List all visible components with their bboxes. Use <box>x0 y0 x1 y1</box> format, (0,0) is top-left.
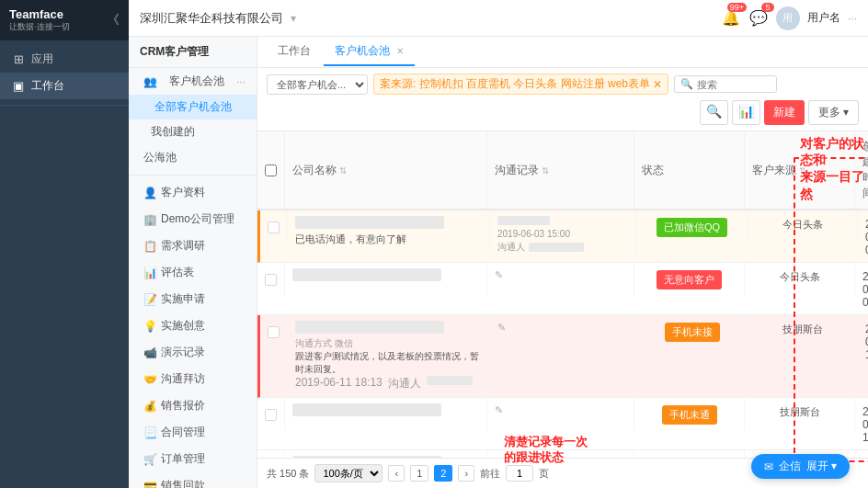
message-icon[interactable]: 💬 5 <box>748 8 769 28</box>
left-nav-public-pool[interactable]: 公海池 <box>129 144 257 171</box>
enterprise-msg-icon: ✉ <box>764 460 773 473</box>
search-input[interactable] <box>697 79 771 90</box>
left-nav-impl-apply[interactable]: 📝 实施申请 <box>129 286 257 312</box>
demand-label: 需求调研 <box>161 238 205 254</box>
customer-pool-more[interactable]: ··· <box>236 75 246 88</box>
content-wrapper: 对客户的状态和来源一目了然 清楚记录每一次的跟进状态 <box>257 131 868 488</box>
left-nav-contract[interactable]: 📃 合同管理 <box>129 419 257 446</box>
th-status: 状态 <box>634 131 745 209</box>
sidebar-collapse-btn[interactable]: 《 <box>107 12 120 28</box>
demo-icon: 🏢 <box>143 213 157 226</box>
more-button[interactable]: 更多 ▾ <box>808 100 859 125</box>
tabs-bar: 工作台 客户机会池 ✕ <box>257 37 868 68</box>
topbar-more-icon[interactable]: ··· <box>848 12 857 25</box>
page-unit-label: 页 <box>539 467 549 481</box>
table-row-3: 沟通方式 微信 跟进客户测试情况，以及老板的投票情况，暂时未回复。 2019-0… <box>260 315 868 397</box>
contact-sort-icon[interactable]: ⇅ <box>542 165 549 176</box>
td-status-5: 手机未接 <box>634 450 745 458</box>
sidebar-item-workbench[interactable]: ▣ 工作台 <box>0 73 129 99</box>
checkbox-2[interactable] <box>265 274 277 286</box>
td-check-5[interactable] <box>257 450 285 458</box>
td-company-1: 已电话沟通，有意向了解 <box>288 210 490 252</box>
left-nav-demo[interactable]: 🏢 Demo公司管理 <box>129 206 257 233</box>
bell-icon: 🔔 <box>722 9 740 27</box>
edit-icon-3[interactable]: ✎ <box>497 322 506 333</box>
left-nav-impl-create[interactable]: 💡 实施创意 <box>129 312 257 339</box>
checkbox-4[interactable] <box>265 409 277 421</box>
sidebar: Teamface 让数据·连接一切 《 ⊞ 应用 ▣ 工作台 <box>0 0 129 488</box>
avatar[interactable]: 用 <box>776 6 800 30</box>
table-row: ✎ 手机未通 技朋斯台 2019-06-02 18:27:2 <box>257 398 868 450</box>
left-nav-my-pool[interactable]: 我创建的 <box>129 119 257 144</box>
th-date: 创建时间 ⇅ <box>855 131 868 209</box>
td-check-1[interactable] <box>260 210 288 244</box>
td-contact-5: ✎ <box>487 450 634 458</box>
workbench-icon: ▣ <box>11 79 26 93</box>
prev-page-btn[interactable]: ‹ <box>388 465 405 482</box>
left-nav-all-pool[interactable]: 全部客户机会池 <box>129 95 257 119</box>
demo-record-label: 演示记录 <box>161 345 205 360</box>
left-nav-refund[interactable]: 💳 销售回款 <box>129 472 257 488</box>
left-nav-visit[interactable]: 🤝 沟通拜访 <box>129 366 257 392</box>
header-checkbox[interactable] <box>265 165 277 176</box>
source-sort-icon[interactable]: ⇅ <box>799 165 806 176</box>
left-nav-divider1 <box>129 175 257 176</box>
left-nav-customer-info[interactable]: 👤 客户资料 <box>129 179 257 206</box>
impl-label: 实施申请 <box>161 291 205 307</box>
status-badge-4: 手机未通 <box>662 405 717 425</box>
contact-person-blurred-1 <box>529 243 584 252</box>
table-row-2: ✎ 无意向客户 今日头条 2019-06-04 08:45:1 <box>257 263 868 314</box>
edit-icon-4[interactable]: ✎ <box>495 404 503 415</box>
export-btn-icon[interactable]: 📊 <box>732 100 760 125</box>
demand-icon: 📋 <box>143 240 157 253</box>
td-source-1: 今日头条 <box>748 210 858 244</box>
page-2-btn[interactable]: 2 <box>434 465 452 482</box>
td-check-4[interactable] <box>257 398 285 431</box>
left-nav-customer-pool[interactable]: 👥 客户机会池 ··· <box>129 68 257 95</box>
td-date-4: 2019-06-02 18:27:2 <box>855 398 868 449</box>
quote-icon: 💰 <box>143 400 157 413</box>
visit-label: 沟通拜访 <box>161 371 205 387</box>
main-area: 深圳汇聚华企科技有限公司 ▾ 🔔 99+ 💬 5 用 用户名 ··· CRM客户… <box>129 0 868 488</box>
left-nav-demo-record[interactable]: 📹 演示记录 <box>129 339 257 366</box>
td-date-3: 2019-06-02 18:28:2 <box>858 315 868 367</box>
page-1-btn[interactable]: 1 <box>410 465 428 482</box>
notification-bell[interactable]: 🔔 99+ <box>721 8 741 28</box>
tab-customer-pool-label: 客户机会池 <box>335 44 390 57</box>
next-page-btn[interactable]: › <box>458 465 474 482</box>
tab-customer-pool[interactable]: 客户机会池 ✕ <box>324 38 415 66</box>
contact-blurred-1 <box>497 216 550 225</box>
checkbox-1[interactable] <box>268 221 280 233</box>
company-sort-icon[interactable]: ⇅ <box>339 165 347 176</box>
per-page-select[interactable]: 100条/页 50条/页 20条/页 <box>314 464 383 482</box>
demo-record-icon: 📹 <box>143 346 157 359</box>
td-check-3[interactable] <box>260 315 288 348</box>
th-contact-label: 沟通记录 <box>495 163 539 178</box>
left-nav-demand[interactable]: 📋 需求调研 <box>129 233 257 259</box>
company-dropdown-icon[interactable]: ▾ <box>291 12 296 25</box>
table-row: 已电话沟通，有意向了解 2019-06-03 15:00 沟通人 <box>257 210 868 263</box>
quick-action-btn[interactable]: ✉ 企信 展开 ▾ <box>751 454 850 479</box>
sidebar-item-apps[interactable]: ⊞ 应用 <box>0 46 129 73</box>
contract-icon: 📃 <box>143 426 157 439</box>
left-nav-quote[interactable]: 💰 销售报价 <box>129 392 257 419</box>
contact-note-1: 已电话沟通，有意向了解 <box>295 233 482 246</box>
user-name: 用户名 <box>807 10 840 26</box>
left-nav-eval[interactable]: 📊 评估表 <box>129 259 257 286</box>
tab-close-btn[interactable]: ✕ <box>396 46 404 56</box>
td-contact-3: ✎ <box>490 315 637 348</box>
edit-icon-2[interactable]: ✎ <box>495 269 503 280</box>
left-nav: CRM客户管理 👥 客户机会池 ··· 全部客户机会池 我创建的 公海池 👤 客… <box>129 37 257 488</box>
filter-tag-close[interactable]: ✕ <box>653 78 662 91</box>
td-check-2[interactable] <box>257 263 285 296</box>
left-nav-order[interactable]: 🛒 订单管理 <box>129 446 257 472</box>
page-goto-input[interactable] <box>506 465 533 482</box>
table-row: ✎ 无意向客户 今日头条 2019-06-04 08:45:1 <box>257 263 868 315</box>
checkbox-3[interactable] <box>268 326 280 338</box>
time-label-3: 2019-06-11 18:13 <box>295 376 383 392</box>
filter-scope-select[interactable]: 全部客户机会... <box>267 74 368 95</box>
tab-workbench[interactable]: 工作台 <box>267 38 322 66</box>
new-button[interactable]: 新建 <box>764 100 805 125</box>
td-company-2 <box>285 263 487 296</box>
search-btn-icon[interactable]: 🔍 <box>700 100 728 125</box>
